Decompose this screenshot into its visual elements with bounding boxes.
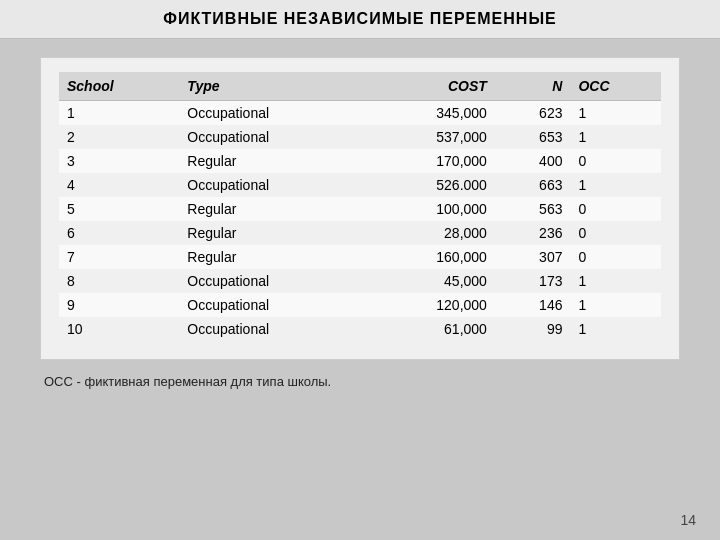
cell-type: Occupational: [179, 269, 367, 293]
table-row: 5Regular100,0005630: [59, 197, 661, 221]
cell-school: 6: [59, 221, 179, 245]
col-header-cost: COST: [367, 72, 495, 101]
col-header-school: School: [59, 72, 179, 101]
cell-type: Occupational: [179, 125, 367, 149]
data-table: School Type COST N OCC 1Occupational345,…: [59, 72, 661, 341]
cell-school: 5: [59, 197, 179, 221]
cell-occ: 0: [570, 149, 661, 173]
cell-occ: 1: [570, 317, 661, 341]
cell-cost: 61,000: [367, 317, 495, 341]
cell-type: Regular: [179, 245, 367, 269]
cell-n: 173: [495, 269, 571, 293]
cell-n: 400: [495, 149, 571, 173]
cell-occ: 1: [570, 173, 661, 197]
cell-cost: 526.000: [367, 173, 495, 197]
table-row: 2Occupational537,0006531: [59, 125, 661, 149]
cell-school: 3: [59, 149, 179, 173]
cell-occ: 1: [570, 125, 661, 149]
cell-cost: 537,000: [367, 125, 495, 149]
cell-occ: 1: [570, 269, 661, 293]
cell-school: 4: [59, 173, 179, 197]
cell-occ: 1: [570, 293, 661, 317]
table-row: 3Regular170,0004000: [59, 149, 661, 173]
cell-n: 663: [495, 173, 571, 197]
cell-type: Occupational: [179, 317, 367, 341]
page-number: 14: [680, 512, 696, 528]
cell-cost: 120,000: [367, 293, 495, 317]
cell-occ: 0: [570, 245, 661, 269]
table-row: 1Occupational345,0006231: [59, 101, 661, 126]
cell-type: Occupational: [179, 293, 367, 317]
table-row: 8Occupational45,0001731: [59, 269, 661, 293]
table-container: School Type COST N OCC 1Occupational345,…: [40, 57, 680, 360]
cell-n: 236: [495, 221, 571, 245]
cell-cost: 345,000: [367, 101, 495, 126]
cell-n: 653: [495, 125, 571, 149]
table-row: 10Occupational61,000991: [59, 317, 661, 341]
cell-n: 99: [495, 317, 571, 341]
cell-cost: 170,000: [367, 149, 495, 173]
footer-note: ОСС - фиктивная переменная для типа школ…: [40, 374, 680, 389]
cell-type: Regular: [179, 197, 367, 221]
cell-school: 2: [59, 125, 179, 149]
cell-occ: 1: [570, 101, 661, 126]
col-header-occ: OCC: [570, 72, 661, 101]
col-header-type: Type: [179, 72, 367, 101]
cell-n: 563: [495, 197, 571, 221]
table-row: 4Occupational526.0006631: [59, 173, 661, 197]
cell-n: 307: [495, 245, 571, 269]
cell-occ: 0: [570, 221, 661, 245]
table-row: 6Regular28,0002360: [59, 221, 661, 245]
cell-cost: 100,000: [367, 197, 495, 221]
cell-type: Regular: [179, 221, 367, 245]
cell-cost: 160,000: [367, 245, 495, 269]
cell-occ: 0: [570, 197, 661, 221]
cell-school: 9: [59, 293, 179, 317]
table-row: 7Regular160,0003070: [59, 245, 661, 269]
slide-title: ФИКТИВНЫЕ НЕЗАВИСИМЫЕ ПЕРЕМЕННЫЕ: [0, 0, 720, 39]
cell-school: 8: [59, 269, 179, 293]
cell-cost: 45,000: [367, 269, 495, 293]
cell-n: 623: [495, 101, 571, 126]
cell-school: 10: [59, 317, 179, 341]
col-header-n: N: [495, 72, 571, 101]
cell-school: 7: [59, 245, 179, 269]
cell-type: Regular: [179, 149, 367, 173]
cell-school: 1: [59, 101, 179, 126]
table-row: 9Occupational120,0001461: [59, 293, 661, 317]
cell-cost: 28,000: [367, 221, 495, 245]
cell-type: Occupational: [179, 101, 367, 126]
cell-type: Occupational: [179, 173, 367, 197]
cell-n: 146: [495, 293, 571, 317]
